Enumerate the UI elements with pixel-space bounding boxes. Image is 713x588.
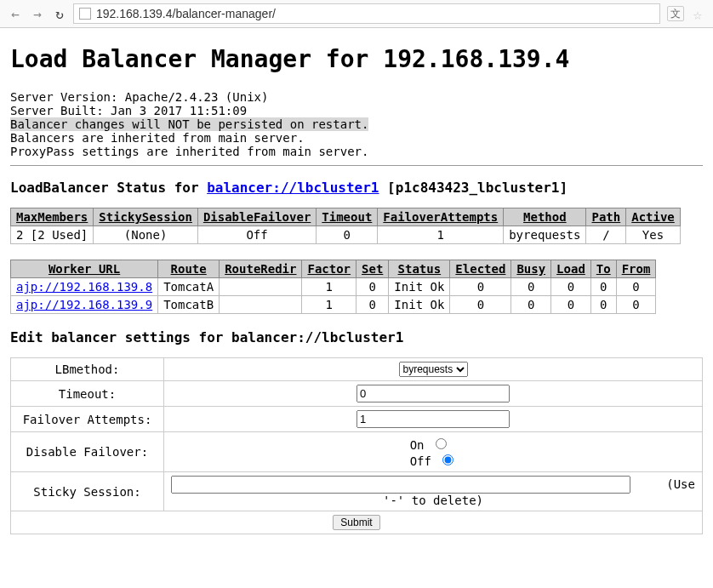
status-prefix: LoadBalancer Status for [10,180,207,196]
disable-label: Disable Failover: [11,432,164,472]
page-icon [79,8,91,20]
col-elected: Elected [450,260,511,278]
lbmethod-select[interactable]: byrequests [399,362,468,377]
balancer-table: MaxMembers StickySession DisableFailover… [10,208,681,244]
col-disablefailover: DisableFailover [197,208,316,226]
failover-label: Failover Attempts: [11,407,164,432]
col-failoverattempts: FailoverAttempts [378,208,504,226]
col-stickysession: StickySession [94,208,198,226]
cell-sticky: (None) [94,226,198,244]
disable-on-radio[interactable] [436,438,447,449]
lbmethod-cell: byrequests [164,358,703,381]
cell-busy: 0 [511,278,551,296]
balancer-link[interactable]: balancer://lbcluster1 [207,180,379,196]
worker-table: Worker URL Route RouteRedir Factor Set S… [10,260,656,314]
cell-set: 0 [356,296,389,314]
cell-worker-url: ajp://192.168.139.8 [11,278,158,296]
cell-method: byrequests [504,226,586,244]
col-timeout: Timeout [317,208,378,226]
sticky-cell: (Use '-' to delete) [164,472,703,511]
col-from: From [616,260,656,278]
col-path: Path [586,208,626,226]
cell-timeout: 0 [317,226,378,244]
cell-failover: 1 [378,226,504,244]
col-to: To [590,260,616,278]
col-active: Active [626,208,681,226]
cell-busy: 0 [511,296,551,314]
worker-row: ajp://192.168.139.9 TomcatB 1 0 Init Ok … [11,296,656,314]
cell-elected: 0 [450,296,511,314]
cell-status: Init Ok [389,278,450,296]
cell-route: TomcatA [158,278,220,296]
col-worker-url: Worker URL [11,260,158,278]
cell-path: / [586,226,626,244]
cell-from: 0 [616,278,656,296]
col-route: Route [158,260,220,278]
disable-cell: On Off [164,432,703,472]
cell-to: 0 [590,296,616,314]
translate-icon[interactable]: 文 [667,6,684,21]
persist-warning: Balancer changes will NOT be persisted o… [10,117,368,131]
col-status: Status [389,260,450,278]
balancer-header-row: MaxMembers StickySession DisableFailover… [11,208,681,226]
submit-row: Submit [11,511,703,534]
back-button[interactable]: ← [7,5,24,22]
forward-button[interactable]: → [29,5,46,22]
bookmark-star-icon[interactable]: ☆ [689,5,706,22]
col-busy: Busy [511,260,551,278]
failover-cell [164,407,703,432]
cell-disable: Off [197,226,316,244]
timeout-cell [164,381,703,407]
cell-set: 0 [356,278,389,296]
disable-off-radio[interactable] [442,454,453,465]
status-suffix: [p1c843423_lbcluster1] [379,180,568,196]
cell-worker-url: ajp://192.168.139.9 [11,296,158,314]
col-method: Method [504,208,586,226]
lbmethod-label: LBmethod: [11,358,164,381]
cell-to: 0 [590,278,616,296]
reload-icon: ↻ [55,6,64,22]
form-heading: Edit balancer settings for balancer://lb… [10,329,703,345]
cell-status: Init Ok [389,296,450,314]
page-title: Load Balancer Manager for 192.168.139.4 [10,45,703,73]
cell-factor: 1 [302,278,356,296]
inherit-proxypass: ProxyPass settings are inherited from ma… [10,145,368,158]
worker-link[interactable]: ajp://192.168.139.9 [16,298,152,311]
cell-load: 0 [551,296,591,314]
failover-input[interactable] [356,410,510,428]
col-set: Set [356,260,389,278]
cell-load: 0 [551,278,591,296]
server-version: Server Version: Apache/2.4.23 (Unix) [10,90,268,104]
server-built: Server Built: Jan 3 2017 11:51:09 [10,104,247,117]
cell-active: Yes [626,226,681,244]
server-info: Server Version: Apache/2.4.23 (Unix) Ser… [10,90,703,158]
browser-toolbar: ← → ↻ 192.168.139.4/balancer-manager/ 文 … [0,0,713,28]
worker-header-row: Worker URL Route RouteRedir Factor Set S… [11,260,656,278]
reload-button[interactable]: ↻ [51,5,68,22]
timeout-input[interactable] [356,385,510,402]
col-factor: Factor [302,260,356,278]
cell-redir [220,296,302,314]
divider [10,165,703,166]
inherit-balancers: Balancers are inherited from main server… [10,131,305,145]
arrow-left-icon: ← [11,6,20,22]
address-bar[interactable]: 192.168.139.4/balancer-manager/ [73,3,660,24]
settings-form: LBmethod: byrequests Timeout: Failover A… [10,357,703,534]
page-content: Load Balancer Manager for 192.168.139.4 … [0,28,713,543]
timeout-label: Timeout: [11,381,164,407]
disable-on-label: On [410,438,425,452]
cell-from: 0 [616,296,656,314]
worker-link[interactable]: ajp://192.168.139.8 [16,280,152,294]
submit-button[interactable]: Submit [333,515,379,530]
col-load: Load [551,260,591,278]
cell-redir [220,278,302,296]
cell-elected: 0 [450,278,511,296]
url-text: 192.168.139.4/balancer-manager/ [96,7,276,20]
status-heading: LoadBalancer Status for balancer://lbclu… [10,180,703,196]
cell-max: 2 [2 Used] [11,226,94,244]
sticky-input[interactable] [171,476,630,494]
sticky-label: Sticky Session: [11,472,164,511]
worker-row: ajp://192.168.139.8 TomcatA 1 0 Init Ok … [11,278,656,296]
arrow-right-icon: → [33,6,42,22]
cell-route: TomcatB [158,296,220,314]
